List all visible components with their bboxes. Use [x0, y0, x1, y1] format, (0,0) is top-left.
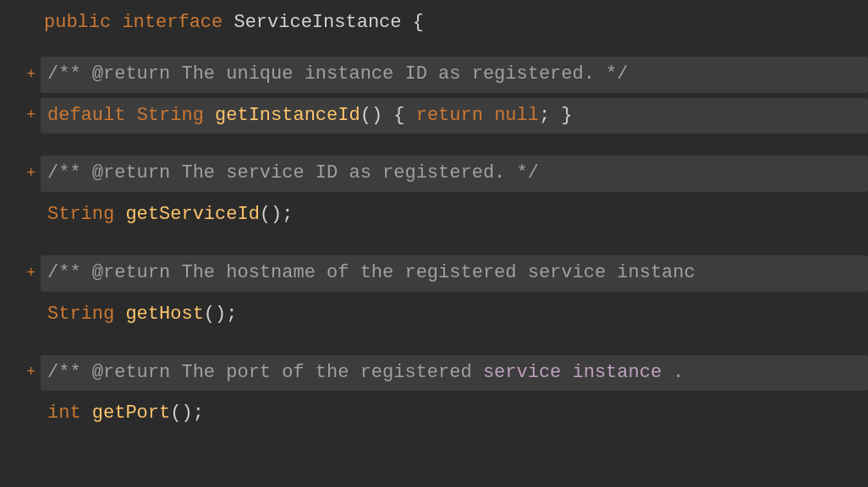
gutter-expand-4[interactable]: + — [7, 355, 41, 391]
comment-block-4: + /** @return The port of the registered… — [7, 355, 868, 391]
spacer-4 — [0, 338, 868, 353]
gutter-interface[interactable] — [7, 7, 41, 40]
keyword-interface: interface — [122, 10, 233, 36]
gutter-code-1[interactable]: + — [7, 105, 41, 126]
comment-text-4: /** @return The port of the registered s… — [41, 355, 868, 391]
comment-block-2: + /** @return The service ID as register… — [7, 156, 868, 192]
code-tokens-2: String getServiceId(); — [47, 204, 293, 225]
code-editor: public interface ServiceInstance { + /**… — [0, 0, 868, 487]
comment-content-1: /** @return The unique instance ID as re… — [47, 63, 629, 85]
code-line-4: + int getPort(); — [7, 392, 868, 435]
line-content-interface: public interface ServiceInstance { — [41, 7, 868, 40]
code-content-1: default String getInstanceId() { return … — [41, 98, 868, 134]
gutter-code-3: + — [7, 304, 41, 326]
code-content-4: int getPort(); — [41, 396, 868, 432]
spacer-1 — [0, 40, 868, 55]
spacer-2 — [0, 139, 868, 154]
code-content-2: String getServiceId(); — [41, 197, 868, 233]
gutter-code-4: + — [7, 403, 41, 424]
gutter-code-2: + — [7, 205, 41, 226]
keyword-public: public — [44, 10, 122, 36]
code-content-3: String getHost(); — [41, 297, 868, 333]
code-line-1: + default String getInstanceId() { retur… — [7, 95, 868, 138]
comment-content-2: /** @return The service ID as registered… — [47, 162, 539, 183]
comment-text-2: /** @return The service ID as registered… — [41, 156, 868, 192]
comment-block-3: + /** @return The hostname of the regist… — [7, 255, 868, 292]
line-interface: public interface ServiceInstance { — [0, 0, 868, 40]
comment-text-1: /** @return The unique instance ID as re… — [41, 57, 868, 93]
spacer-3 — [0, 238, 868, 254]
gutter-expand-2[interactable]: + — [7, 156, 41, 192]
class-name: ServiceInstance { — [233, 10, 423, 36]
code-tokens-3: String getHost(); — [47, 304, 237, 325]
code-tokens-4: int getPort(); — [47, 402, 204, 424]
code-line-3: + String getHost(); — [7, 293, 868, 337]
comment-content-4: /** @return The port of the registered s… — [47, 362, 684, 383]
code-tokens-1: default String getInstanceId() { return … — [47, 105, 573, 126]
code-line-2: + String getServiceId(); — [7, 194, 868, 237]
comment-block-1: + /** @return The unique instance ID as … — [7, 57, 868, 93]
gutter-expand-3[interactable]: + — [7, 255, 41, 292]
comment-text-3: /** @return The hostname of the register… — [41, 255, 868, 292]
gutter-expand-1[interactable]: + — [7, 57, 41, 93]
comment-content-3: /** @return The hostname of the register… — [47, 262, 695, 283]
